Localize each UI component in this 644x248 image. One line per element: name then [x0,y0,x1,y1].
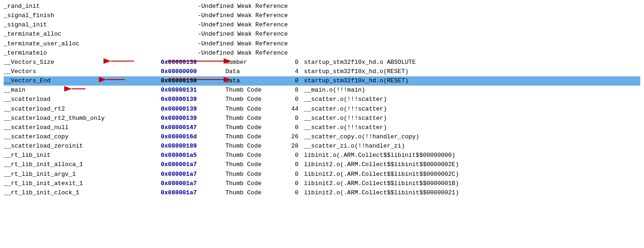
symbol-addr: 0x080001a7 [161,170,225,179]
symbol-file: __scatter.o(!!!scatter) [304,114,387,123]
symbol-file: startup_stm32f10x_hd.o(RESET) [304,76,408,86]
symbol-type: Thumb Code [225,95,281,104]
symbol-name: __rt_lib_init_alloca_1 [4,160,161,169]
symbol-addr: 0x080001a7 [161,160,225,169]
separator: - [198,2,201,11]
symbol-size: 0 [281,179,304,188]
table-row: __main0x08000131Thumb Code8__main.o(!!!m… [4,86,640,95]
symbol-size: 0 [281,95,304,104]
separator: - [198,11,201,20]
symbol-size: 0 [281,170,304,179]
symbol-type: Thumb Code [225,151,281,160]
symbol-addr: 0x08000189 [161,142,225,151]
symbol-file: libinit2.o(.ARM.Collect$$libinit$$000000… [304,170,459,179]
table-row: __Vectors_End0x08000130Data0startup_stm3… [4,76,640,86]
symbol-file: __main.o(!!!main) [304,86,365,95]
symbol-size: 26 [281,132,304,142]
table-row: _terminate_user_alloc- Undefined Weak Re… [4,39,640,49]
symbol-file: libinit2.o(.ARM.Collect$$libinit$$000000… [304,160,459,169]
symbol-size: 0 [281,160,304,169]
symbol-addr: 0x08000130 [161,76,225,86]
symbol-desc: Undefined Weak Reference [201,20,288,30]
symbol-name: __scatterload_rt2_thumb_only [4,114,161,123]
symbol-size: 28 [281,142,304,151]
symbol-name: __Vectors [4,67,161,76]
symbol-size: 0 [281,58,304,67]
symbol-type: Number [225,58,281,67]
symbol-desc: Undefined Weak Reference [201,2,288,11]
symbol-addr: 0x080001a5 [161,151,225,160]
table-row: _rand_init- Undefined Weak Reference [4,2,640,11]
symbol-type: Data [225,76,281,86]
separator: - [198,39,201,49]
table-row: __rt_lib_init_clock_10x080001a7Thumb Cod… [4,188,640,198]
symbol-addr: 0x0800016d [161,132,225,142]
symbol-name: _signal_init [4,20,161,30]
symbol-size: 0 [281,188,304,198]
symbol-name: _terminate_user_alloc [4,39,161,49]
symbol-name: _signal_finish [4,11,161,20]
symbol-size: 0 [281,151,304,160]
symbol-type: Thumb Code [225,132,281,142]
symbol-file: __scatter_copy.o(!!handler_copy) [304,132,419,142]
table-row: __Vectors_Size0x00000130Number0startup_s… [4,58,640,67]
symbol-addr: 0x08000139 [161,95,225,104]
separator: - [198,30,201,39]
symbol-name: _terminateio [4,49,161,58]
table-row: __Vectors0x08000000Data4startup_stm32f10… [4,67,640,76]
symbol-desc: Undefined Weak Reference [201,11,288,20]
table-row: __rt_lib_init_alloca_10x080001a7Thumb Co… [4,160,640,169]
symbol-addr: 0x08000139 [161,114,225,123]
table-row: __rt_lib_init_atexit_10x080001a7Thumb Co… [4,179,640,188]
symbol-name: _rand_init [4,2,161,11]
symbol-type: Thumb Code [225,142,281,151]
separator: - [198,20,201,30]
table-row: _terminateio- Undefined Weak Reference [4,49,640,58]
symbol-desc: Undefined Weak Reference [201,30,288,39]
symbol-file: __scatter_zi.o(!!handler_zi) [304,142,405,151]
symbol-desc: Undefined Weak Reference [201,39,288,49]
symbol-type: Thumb Code [225,170,281,179]
symbol-addr: 0x08000139 [161,105,225,114]
symbol-name: __Vectors_End [4,76,161,86]
symbol-addr: 0x080001a7 [161,179,225,188]
symbol-addr: 0x08000131 [161,86,225,95]
table-row: __scatterload_copy0x0800016dThumb Code26… [4,132,640,142]
separator: - [198,49,201,58]
symbol-name: __rt_lib_init_clock_1 [4,188,161,198]
symbol-type: Thumb Code [225,105,281,114]
symbol-type: Thumb Code [225,114,281,123]
symbol-file: startup_stm32f10x_hd.o ABSOLUTE [304,58,416,67]
symbol-file: startup_stm32f10x_hd.o(RESET) [304,67,408,76]
table-row: __rt_lib_init0x080001a5Thumb Code0libini… [4,151,640,160]
symbol-size: 0 [281,123,304,132]
table-row: __scatterload_rt20x08000139Thumb Code44_… [4,105,640,114]
symbol-name: __rt_lib_init_argv_1 [4,170,161,179]
symbol-name: __scatterload_copy [4,132,161,142]
code-listing: _rand_init- Undefined Weak Reference_sig… [4,2,640,198]
symbol-name: __scatterload_rt2 [4,105,161,114]
symbol-file: __scatter.o(!!!scatter) [304,123,387,132]
symbol-file: __scatter.o(!!!scatter) [304,105,387,114]
symbol-type: Thumb Code [225,86,281,95]
symbol-file: __scatter.o(!!!scatter) [304,95,387,104]
symbol-name: __scatterload_null [4,123,161,132]
symbol-addr: 0x08000147 [161,123,225,132]
symbol-size: 8 [281,86,304,95]
table-row: __scatterload_zeroinit0x08000189Thumb Co… [4,142,640,151]
main-container: _rand_init- Undefined Weak Reference_sig… [0,0,644,248]
symbol-type: Thumb Code [225,188,281,198]
table-row: __rt_lib_init_argv_10x080001a7Thumb Code… [4,170,640,179]
table-row: __scatterload0x08000139Thumb Code0__scat… [4,95,640,104]
symbol-name: __rt_lib_init_atexit_1 [4,179,161,188]
symbol-size: 0 [281,76,304,86]
table-row: __scatterload_null0x08000147Thumb Code0_… [4,123,640,132]
symbol-name: __rt_lib_init [4,151,161,160]
symbol-file: libinit2.o(.ARM.Collect$$libinit$$000000… [304,179,459,188]
symbol-size: 4 [281,67,304,76]
symbol-name: __scatterload [4,95,161,104]
symbol-name: __Vectors_Size [4,58,161,67]
symbol-name: _terminate_alloc [4,30,161,39]
symbol-type: Thumb Code [225,123,281,132]
symbol-file: libinit2.o(.ARM.Collect$$libinit$$000000… [304,188,459,198]
